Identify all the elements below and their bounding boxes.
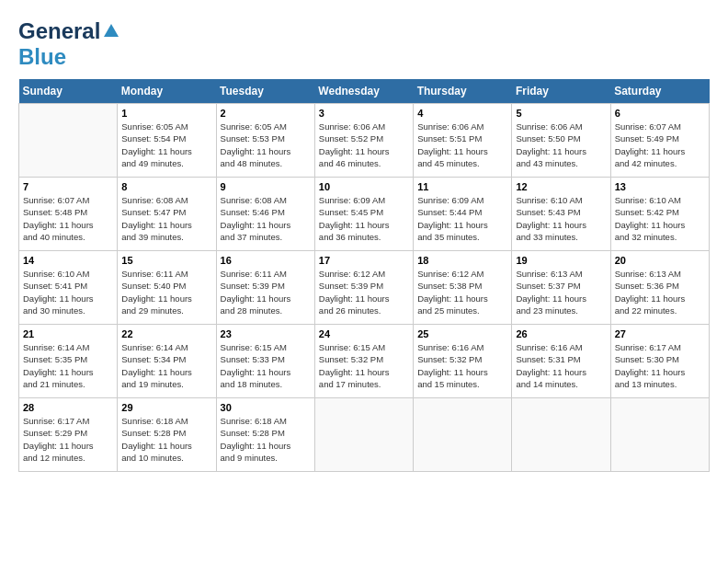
day-cell: 20Sunrise: 6:13 AM Sunset: 5:36 PM Dayli… [610,251,709,325]
day-cell: 22Sunrise: 6:14 AM Sunset: 5:34 PM Dayli… [118,325,216,398]
day-number: 22 [121,328,211,339]
day-cell: 18Sunrise: 6:12 AM Sunset: 5:38 PM Dayli… [414,251,512,325]
header-saturday: Saturday [610,79,709,104]
day-info: Sunrise: 6:09 AM Sunset: 5:45 PM Dayligh… [319,194,409,243]
day-info: Sunrise: 6:13 AM Sunset: 5:37 PM Dayligh… [516,268,606,316]
day-number: 1 [121,108,211,119]
day-number: 18 [417,255,507,266]
day-cell: 29Sunrise: 6:18 AM Sunset: 5:28 PM Dayli… [118,398,216,472]
day-info: Sunrise: 6:09 AM Sunset: 5:44 PM Dayligh… [417,194,507,243]
day-number: 2 [221,108,311,119]
day-cell [314,398,413,472]
header-thursday: Thursday [414,79,512,104]
day-number: 16 [221,255,311,266]
logo-general: General [18,18,100,44]
day-cell: 23Sunrise: 6:15 AM Sunset: 5:33 PM Dayli… [216,325,314,398]
day-number: 23 [221,328,311,339]
day-number: 7 [23,181,113,192]
day-cell: 17Sunrise: 6:12 AM Sunset: 5:39 PM Dayli… [314,251,413,325]
day-cell: 26Sunrise: 6:16 AM Sunset: 5:31 PM Dayli… [512,325,610,398]
day-cell: 1Sunrise: 6:05 AM Sunset: 5:54 PM Daylig… [118,104,216,178]
day-cell: 8Sunrise: 6:08 AM Sunset: 5:47 PM Daylig… [118,178,216,251]
day-info: Sunrise: 6:08 AM Sunset: 5:47 PM Dayligh… [121,194,211,243]
day-cell [19,104,118,178]
header-row: SundayMondayTuesdayWednesdayThursdayFrid… [19,79,710,104]
day-info: Sunrise: 6:05 AM Sunset: 5:53 PM Dayligh… [221,121,311,169]
day-info: Sunrise: 6:07 AM Sunset: 5:49 PM Dayligh… [615,121,705,169]
day-cell: 13Sunrise: 6:10 AM Sunset: 5:42 PM Dayli… [610,178,709,251]
day-info: Sunrise: 6:15 AM Sunset: 5:32 PM Dayligh… [319,341,409,390]
day-cell: 7Sunrise: 6:07 AM Sunset: 5:48 PM Daylig… [19,178,118,251]
header-tuesday: Tuesday [216,79,314,104]
day-number: 3 [319,108,409,119]
logo-arrow-icon [102,22,120,40]
day-cell: 9Sunrise: 6:08 AM Sunset: 5:46 PM Daylig… [216,178,314,251]
day-number: 12 [516,181,606,192]
day-info: Sunrise: 6:05 AM Sunset: 5:54 PM Dayligh… [121,121,211,169]
day-number: 24 [319,328,409,339]
day-number: 14 [23,255,113,266]
day-cell: 14Sunrise: 6:10 AM Sunset: 5:41 PM Dayli… [19,251,118,325]
week-row-1: 7Sunrise: 6:07 AM Sunset: 5:48 PM Daylig… [19,178,710,251]
day-cell: 15Sunrise: 6:11 AM Sunset: 5:40 PM Dayli… [118,251,216,325]
day-cell: 11Sunrise: 6:09 AM Sunset: 5:44 PM Dayli… [414,178,512,251]
day-cell [414,398,512,472]
day-info: Sunrise: 6:07 AM Sunset: 5:48 PM Dayligh… [23,194,113,243]
day-number: 9 [221,181,311,192]
day-cell: 30Sunrise: 6:18 AM Sunset: 5:28 PM Dayli… [216,398,314,472]
day-cell: 6Sunrise: 6:07 AM Sunset: 5:49 PM Daylig… [610,104,709,178]
day-info: Sunrise: 6:10 AM Sunset: 5:41 PM Dayligh… [23,268,113,316]
day-number: 27 [615,328,705,339]
day-number: 17 [319,255,409,266]
day-info: Sunrise: 6:18 AM Sunset: 5:28 PM Dayligh… [121,415,211,464]
day-cell: 27Sunrise: 6:17 AM Sunset: 5:30 PM Dayli… [610,325,709,398]
day-info: Sunrise: 6:10 AM Sunset: 5:43 PM Dayligh… [516,194,606,243]
day-cell: 19Sunrise: 6:13 AM Sunset: 5:37 PM Dayli… [512,251,610,325]
logo-blue: Blue [18,44,66,69]
week-row-4: 28Sunrise: 6:17 AM Sunset: 5:29 PM Dayli… [19,398,710,472]
day-number: 25 [417,328,507,339]
day-cell: 16Sunrise: 6:11 AM Sunset: 5:39 PM Dayli… [216,251,314,325]
day-number: 19 [516,255,606,266]
week-row-2: 14Sunrise: 6:10 AM Sunset: 5:41 PM Dayli… [19,251,710,325]
calendar-body: 1Sunrise: 6:05 AM Sunset: 5:54 PM Daylig… [19,104,710,472]
day-info: Sunrise: 6:08 AM Sunset: 5:46 PM Dayligh… [221,194,311,243]
day-cell: 12Sunrise: 6:10 AM Sunset: 5:43 PM Dayli… [512,178,610,251]
day-number: 15 [121,255,211,266]
day-info: Sunrise: 6:10 AM Sunset: 5:42 PM Dayligh… [615,194,705,243]
header-wednesday: Wednesday [314,79,413,104]
day-cell: 28Sunrise: 6:17 AM Sunset: 5:29 PM Dayli… [19,398,118,472]
calendar-header: SundayMondayTuesdayWednesdayThursdayFrid… [19,79,710,104]
week-row-3: 21Sunrise: 6:14 AM Sunset: 5:35 PM Dayli… [19,325,710,398]
day-info: Sunrise: 6:15 AM Sunset: 5:33 PM Dayligh… [221,341,311,390]
day-cell: 25Sunrise: 6:16 AM Sunset: 5:32 PM Dayli… [414,325,512,398]
day-info: Sunrise: 6:14 AM Sunset: 5:35 PM Dayligh… [23,341,113,390]
day-info: Sunrise: 6:12 AM Sunset: 5:39 PM Dayligh… [319,268,409,316]
day-info: Sunrise: 6:11 AM Sunset: 5:40 PM Dayligh… [121,268,211,316]
calendar-table: SundayMondayTuesdayWednesdayThursdayFrid… [18,79,710,472]
day-number: 11 [417,181,507,192]
day-cell: 21Sunrise: 6:14 AM Sunset: 5:35 PM Dayli… [19,325,118,398]
header-sunday: Sunday [19,79,118,104]
day-number: 4 [417,108,507,119]
day-info: Sunrise: 6:17 AM Sunset: 5:29 PM Dayligh… [23,415,113,464]
day-number: 21 [23,328,113,339]
day-info: Sunrise: 6:11 AM Sunset: 5:39 PM Dayligh… [221,268,311,316]
day-cell: 2Sunrise: 6:05 AM Sunset: 5:53 PM Daylig… [216,104,314,178]
day-info: Sunrise: 6:16 AM Sunset: 5:32 PM Dayligh… [417,341,507,390]
day-number: 6 [615,108,705,119]
logo: General Blue [18,18,120,70]
header-monday: Monday [118,79,216,104]
day-number: 5 [516,108,606,119]
day-number: 10 [319,181,409,192]
day-cell: 4Sunrise: 6:06 AM Sunset: 5:51 PM Daylig… [414,104,512,178]
day-info: Sunrise: 6:14 AM Sunset: 5:34 PM Dayligh… [121,341,211,390]
day-info: Sunrise: 6:06 AM Sunset: 5:50 PM Dayligh… [516,121,606,169]
day-info: Sunrise: 6:16 AM Sunset: 5:31 PM Dayligh… [516,341,606,390]
svg-marker-0 [104,24,119,37]
day-number: 13 [615,181,705,192]
day-number: 26 [516,328,606,339]
day-cell: 24Sunrise: 6:15 AM Sunset: 5:32 PM Dayli… [314,325,413,398]
day-info: Sunrise: 6:12 AM Sunset: 5:38 PM Dayligh… [417,268,507,316]
day-info: Sunrise: 6:18 AM Sunset: 5:28 PM Dayligh… [221,415,311,464]
